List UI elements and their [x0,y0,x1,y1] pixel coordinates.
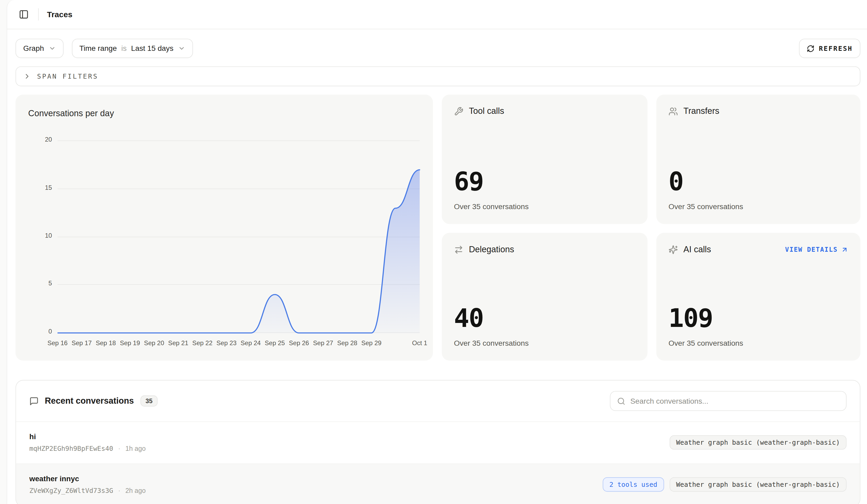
search-icon [617,397,625,405]
stat-card-subtitle: Over 35 conversations [454,339,635,347]
agent-badge: Weather graph basic (weather-graph-basic… [670,477,847,492]
graph-dropdown[interactable]: Graph [15,39,64,58]
time-range-filter[interactable]: Time range is Last 15 days [72,39,193,58]
conversation-id: ZVeWXgZy_Z6WltVd73s3G [29,487,113,494]
refresh-button-label: REFRESH [819,44,853,52]
refresh-button[interactable]: REFRESH [799,39,860,58]
stat-card-value: 109 [668,305,848,331]
conversation-info: weather innyc ZVeWXgZy_Z6WltVd73s3G · 2h… [29,475,146,494]
time-range-field-label: Time range [79,44,117,52]
conversation-info: hi mqHZP2EGh9h9BpFEwEs40 · 1h ago [29,432,146,452]
chart-x-tick-label: Sep 27 [313,340,333,346]
conversation-title: weather innyc [29,475,146,483]
wrench-icon [454,106,463,116]
chevron-right-icon [23,73,31,80]
divider [38,8,39,20]
time-range-operator: is [121,44,127,52]
main-panel: Traces Graph Time range is Last 15 days [7,0,867,504]
stat-card-value: 69 [454,169,635,194]
view-details-link[interactable]: VIEW DETAILS [785,246,848,253]
stat-card-title: Transfers [683,106,719,116]
conversations-chart-card: Conversations per day 20151050Sep 16Sep … [15,95,433,361]
recent-conversations-title: Recent conversations [45,396,134,406]
conversation-time: 2h ago [126,487,146,494]
chart-x-tick-label: Sep 19 [120,340,140,346]
dot-separator: · [118,487,120,494]
transfers-card: Transfers 0 Over 35 conversations [656,95,860,224]
chart-x-tick-label: Oct 1 [412,340,427,346]
chart-x-tick-label: Sep 22 [192,340,213,346]
page-title: Traces [47,10,73,19]
stat-card-subtitle: Over 35 conversations [668,339,848,347]
arrow-up-right-icon [841,246,848,253]
recent-conversations-header: Recent conversations 35 [16,380,860,421]
recent-conversations-card: Recent conversations 35 hi mqHZP2EGh [15,380,860,504]
chart-x-tick-label: Sep 29 [361,340,381,346]
chart-y-tick-label: 15 [18,184,52,191]
search-conversations-input[interactable] [630,397,839,405]
stat-card-value: 0 [668,169,848,194]
chart-y-tick-label: 0 [18,328,52,335]
chart-line [57,170,419,333]
tools-used-badge: 2 tools used [603,477,664,492]
panel-left-icon [19,10,29,20]
conversation-id: mqHZP2EGh9h9BpFEwEs40 [29,445,113,452]
chart-x-tick-label: Sep 25 [265,340,285,346]
swap-arrows-icon [454,245,463,254]
chart-y-tick-label: 20 [18,136,52,143]
stat-card-value: 40 [454,305,635,331]
chart-x-tick-label: Sep 17 [72,340,92,346]
filters-row: Graph Time range is Last 15 days [15,39,860,58]
traces-page: Traces Graph Time range is Last 15 days [0,0,867,504]
view-details-label: VIEW DETAILS [785,246,838,253]
chart-x-tick-label: Sep 20 [144,340,164,346]
conversation-row[interactable]: weather innyc ZVeWXgZy_Z6WltVd73s3G · 2h… [16,463,860,504]
chart-x-tick-label: Sep 28 [337,340,357,346]
chevron-down-icon [49,45,56,52]
conversation-title: hi [29,432,146,441]
stat-card-title: Delegations [469,244,514,254]
stat-card-subtitle: Over 35 conversations [454,203,635,211]
conversation-time: 1h ago [126,445,146,452]
chart-x-tick-label: Sep 24 [240,340,261,346]
span-filters-label: SPAN FILTERS [37,73,98,80]
chevron-down-icon [178,45,185,52]
chart-x-tick-label: Sep 16 [47,340,67,346]
stats-grid: Conversations per day 20151050Sep 16Sep … [15,95,860,361]
chart-plot [57,141,421,334]
graph-dropdown-label: Graph [23,44,44,52]
chart-y-tick-label: 5 [18,280,52,287]
chart-y-tick-label: 10 [18,232,52,238]
chart-x-tick-label: Sep 26 [289,340,309,346]
conversations-count-badge: 35 [140,396,158,407]
stat-card-title: AI calls [683,244,711,254]
sidebar-toggle-button[interactable] [16,7,32,22]
span-filters-toggle[interactable]: SPAN FILTERS [15,66,860,86]
conversation-row[interactable]: hi mqHZP2EGh9h9BpFEwEs40 · 1h ago Weathe… [16,421,860,463]
stat-card-title: Tool calls [469,106,504,116]
chart-x-tick-label: Sep 18 [96,340,116,346]
refresh-icon [807,44,814,52]
agent-badge: Weather graph basic (weather-graph-basic… [670,435,847,449]
users-icon [668,106,678,116]
chart-x-tick-label: Sep 21 [168,340,188,346]
stat-card-subtitle: Over 35 conversations [668,203,848,211]
sparkles-icon [668,245,678,254]
chart-title: Conversations per day [28,108,114,119]
chart-area-fill [57,170,419,333]
content: Graph Time range is Last 15 days [7,39,867,504]
time-range-value: Last 15 days [131,44,173,52]
ai-calls-card: AI calls VIEW DETAILS 109 Over 35 conver… [656,233,860,361]
delegations-card: Delegations 40 Over 35 conversations [442,233,647,361]
tool-calls-card: Tool calls 69 Over 35 conversations [442,95,647,224]
search-conversations-box [610,391,846,411]
message-square-icon [29,396,39,406]
top-bar: Traces [7,0,867,29]
chart-x-tick-label: Sep 23 [216,340,237,346]
dot-separator: · [118,445,120,452]
